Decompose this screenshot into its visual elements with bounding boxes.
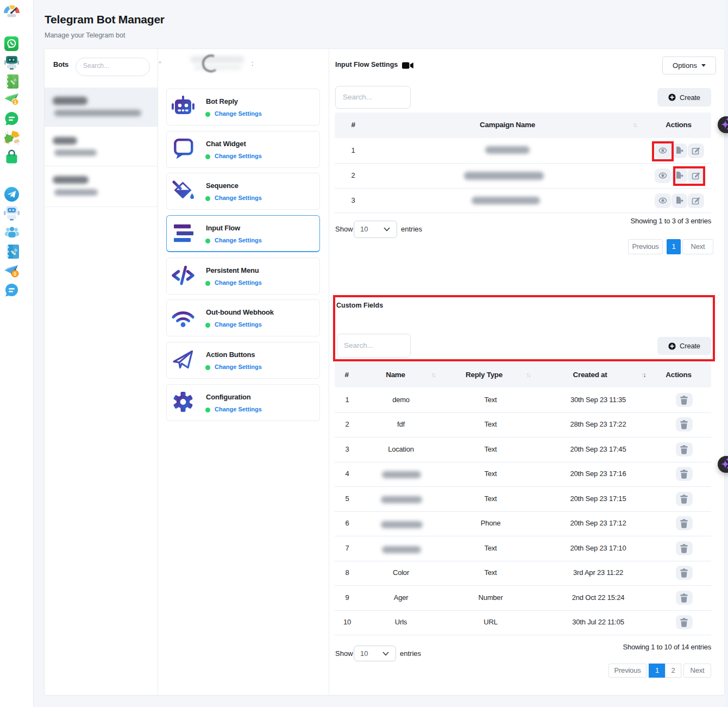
svg-text:1: 1 (14, 271, 16, 277)
svg-text:1: 1 (14, 99, 17, 105)
